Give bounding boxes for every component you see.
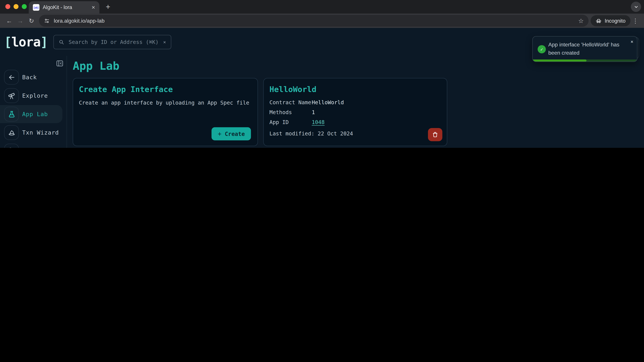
sidebar-item-fund[interactable]: Fund [0, 142, 66, 148]
success-check-icon: ✓ [538, 45, 546, 53]
sidebar-item-back[interactable]: Back [0, 68, 66, 86]
sidebar: Back Explore App Lab [0, 56, 67, 148]
browser-tab-strip: [ak] AlgoKit - lora ✕ + [0, 0, 644, 13]
sidebar-collapse-button[interactable] [55, 59, 64, 68]
row-value: HelloWorld [312, 99, 344, 106]
chevron-down-icon [634, 4, 638, 9]
sidebar-item-txn-wizard[interactable]: Txn Wizard [0, 123, 66, 142]
app-content: Back Explore App Lab [0, 56, 644, 148]
incognito-badge: Incognito [591, 15, 630, 26]
toast-close-icon[interactable]: ✕ [630, 39, 633, 44]
sidebar-item-label: Explore [22, 92, 48, 99]
create-button-label: Create [225, 131, 245, 137]
panel-collapse-icon [56, 59, 64, 67]
coins-icon [4, 144, 19, 148]
window-controls [5, 4, 27, 9]
app-id-row: App ID 1048 [270, 119, 441, 125]
window-zoom-button[interactable] [22, 4, 27, 9]
toast-message: App interface 'HelloWorld' has been crea… [548, 40, 626, 57]
sidebar-item-app-lab[interactable]: App Lab [0, 105, 62, 123]
create-app-interface-card: Create App Interface Create an app inter… [72, 78, 258, 146]
sidebar-item-label: Txn Wizard [22, 129, 59, 136]
arrow-left-icon [4, 70, 19, 84]
app-interface-card-helloworld: HelloWorld Contract Name HelloWorld Meth… [263, 78, 447, 146]
trash-icon [432, 131, 438, 138]
app-id-link[interactable]: 1048 [312, 119, 325, 125]
browser-menu-button[interactable]: ⋮ [630, 17, 640, 24]
main-content: App Lab Create App Interface Create an a… [67, 56, 644, 148]
algokit-favicon: [ak] [33, 4, 40, 10]
sidebar-item-label: Back [22, 74, 37, 80]
address-bar[interactable]: lora.algokit.io/app-lab ☆ [39, 15, 589, 27]
lora-app-page: [lora] ✕ [0, 28, 644, 148]
tab-search-button[interactable] [631, 2, 641, 12]
logo-bracket: [ [4, 34, 11, 49]
lora-logo[interactable]: [lora] [4, 35, 48, 48]
search-clear-icon[interactable]: ✕ [163, 39, 166, 44]
sidebar-nav: Back Explore App Lab [0, 68, 66, 148]
tab-title: AlgoKit - lora [43, 4, 72, 10]
search-box[interactable]: ✕ [53, 35, 171, 49]
row-label: Contract Name [270, 99, 312, 106]
toast-progress-bar [533, 59, 637, 61]
row-value: 1 [312, 109, 315, 115]
row-label: App ID [270, 119, 312, 125]
sidebar-item-explore[interactable]: Explore [0, 87, 66, 105]
delete-button[interactable] [428, 128, 442, 141]
new-tab-button[interactable]: + [103, 2, 113, 12]
methods-row: Methods 1 [270, 109, 441, 115]
window-close-button[interactable] [5, 4, 10, 9]
telescope-icon [4, 88, 19, 103]
search-input[interactable] [68, 38, 160, 45]
search-icon [59, 39, 64, 44]
contract-name-row: Contract Name HelloWorld [270, 99, 441, 106]
toast-progress-fill [533, 59, 586, 61]
refresh-button[interactable]: ↻ [26, 15, 37, 26]
card-title: HelloWorld [270, 84, 441, 93]
incognito-icon [596, 17, 602, 24]
logo-name: lora [12, 34, 40, 49]
last-modified-text: Last modified: 22 Oct 2024 [270, 131, 353, 137]
create-button[interactable]: + Create [212, 127, 251, 140]
browser-toolbar: ← → ↻ lora.algokit.io/app-lab ☆ Incognit… [0, 13, 644, 28]
wizard-hat-icon [4, 125, 19, 140]
flask-icon [4, 107, 19, 121]
site-settings-icon[interactable] [44, 18, 50, 24]
url-text: lora.algokit.io/app-lab [54, 17, 105, 24]
back-button[interactable]: ← [4, 15, 15, 26]
incognito-label: Incognito [605, 18, 626, 24]
plus-icon: + [218, 130, 221, 137]
forward-button[interactable]: → [15, 15, 26, 26]
window-minimize-button[interactable] [14, 4, 18, 9]
card-title: Create App Interface [79, 84, 252, 93]
screen: [ak] AlgoKit - lora ✕ + ← → ↻ lora.algok… [0, 0, 644, 148]
card-description: Create an app interface by uploading an … [79, 100, 252, 106]
cards-row: Create App Interface Create an app inter… [72, 78, 637, 146]
toast-notification: ✓ App interface 'HelloWorld' has been cr… [532, 36, 638, 62]
sidebar-item-label: App Lab [22, 111, 48, 117]
logo-bracket: ] [40, 34, 48, 49]
row-label: Methods [270, 109, 312, 115]
tab-close-icon[interactable]: ✕ [92, 5, 96, 10]
bookmark-star-icon[interactable]: ☆ [578, 17, 584, 24]
browser-tab[interactable]: [ak] AlgoKit - lora ✕ [29, 1, 99, 13]
